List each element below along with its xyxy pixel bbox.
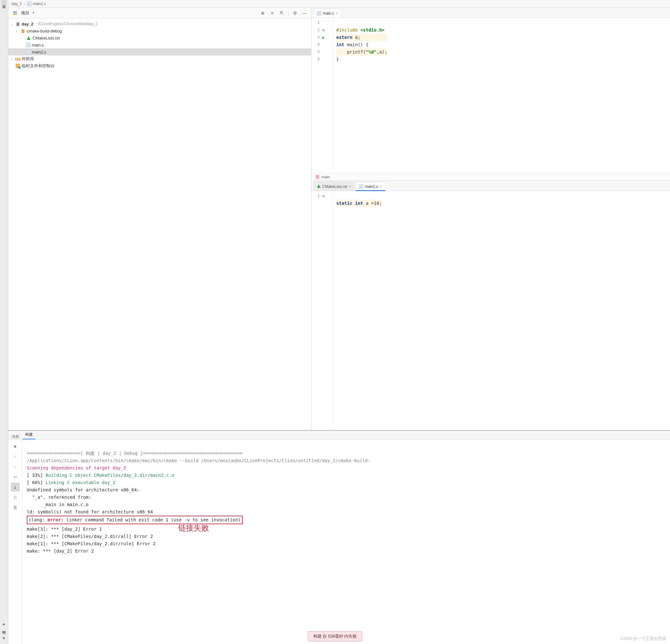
build-status-popup[interactable]: 构建 在 539毫秒 内失败 <box>308 631 362 642</box>
editor-tabs: c main.c × <box>311 8 670 18</box>
tab-main2c[interactable]: c main2.c × <box>356 182 386 191</box>
editor-breadcrumb: f main <box>311 173 670 180</box>
annotation-link-fail: 链接失败 <box>178 524 209 532</box>
sync-icon: ⇆ <box>322 26 325 34</box>
breadcrumb-item[interactable]: day_2 <box>12 2 22 6</box>
folder-icon: ▇ <box>15 21 21 26</box>
folder-icon: ▇ <box>21 28 26 33</box>
function-icon: f <box>315 175 320 179</box>
left-tool-rail: 项目 ★结构 ★收藏夹 <box>0 0 8 644</box>
up-icon[interactable]: ↑ <box>11 452 20 461</box>
run-icon[interactable]: ▶ <box>322 34 325 41</box>
hide-icon[interactable]: — <box>301 10 308 16</box>
chevron-right-icon: › <box>16 29 19 33</box>
tree-file-main2c[interactable]: c main2.c <box>8 49 311 55</box>
editor-pane-top: c main.c × 1 2⇆ 3▶ 4 5 6 <box>311 8 670 181</box>
tree-file-cmakelists[interactable]: CMakeLists.txt <box>8 35 311 41</box>
tree-folder-cmake-build[interactable]: › ▇ cmake-build-debug <box>8 27 311 35</box>
sync-icon: ⇆ <box>322 192 325 200</box>
locate-icon[interactable]: ⊕ <box>259 10 266 16</box>
gutter: 1⇆ <box>311 191 334 430</box>
rail-project[interactable]: 项目 <box>2 0 6 5</box>
tree-folder-root[interactable]: ⌄ ▇ day_2 ~/CLionProjects/Clion/untitled… <box>8 21 311 27</box>
editor-pane-bottom: CMakeLists.txt × c main2.c × 1⇆ <box>311 181 670 430</box>
chevron-down-icon[interactable]: ▼ <box>32 11 35 15</box>
trash-icon[interactable]: 🗑 <box>11 503 20 512</box>
cmake-icon <box>26 35 31 40</box>
project-panel-header: 项目 ▼ ⊕ ≡ ⇱ | ⚙ — <box>8 8 311 18</box>
expand-all-icon[interactable]: ≡ <box>269 10 276 16</box>
chevron-down-icon: ⌄ <box>11 22 14 26</box>
project-tool-window: 项目 ▼ ⊕ ≡ ⇱ | ⚙ — ⌄ ▇ day_2 ~/CLionProjec… <box>8 8 311 430</box>
print-icon[interactable]: ⎙ <box>11 493 20 502</box>
c-file-icon: c <box>26 50 30 54</box>
tab-cmakelists[interactable]: CMakeLists.txt × <box>313 182 355 191</box>
rail-structure[interactable]: ★结构 <box>2 620 6 630</box>
breadcrumb-item[interactable]: main2.c <box>33 2 46 6</box>
tree-file-mainc[interactable]: c main.c <box>8 41 311 49</box>
breadcrumb: day_2 › c main2.c <box>8 0 670 8</box>
close-icon[interactable]: × <box>336 11 338 16</box>
tree-external-libs[interactable]: › ▮▮▮ 外部库 <box>8 55 311 63</box>
svg-rect-2 <box>13 14 17 15</box>
messages-tool-window: 消息: 构建 ■ ↑ ↓ ↩ ⤓ ⎙ 🗑 ===================… <box>8 430 670 644</box>
messages-label: 消息: <box>12 434 20 440</box>
console-toolbar: ■ ↑ ↓ ↩ ⤓ ⎙ 🗑 <box>8 440 22 644</box>
wrap-icon[interactable]: ↩ <box>11 472 20 481</box>
gutter: 1 2⇆ 3▶ 4 5 6 <box>311 18 334 173</box>
tab-build[interactable]: 构建 <box>23 431 35 440</box>
down-icon[interactable]: ↓ <box>11 462 20 471</box>
cmake-icon <box>317 184 321 189</box>
collapse-all-icon[interactable]: ⇱ <box>278 10 285 16</box>
code-editor[interactable]: 1 2⇆ 3▶ 4 5 6 #include <stdio.h> extern … <box>311 18 670 173</box>
c-file-icon: c <box>26 43 30 47</box>
library-icon: ▮▮▮ <box>15 56 21 62</box>
panel-title: 项目 <box>21 10 29 16</box>
scroll-end-icon[interactable]: ⤓ <box>11 483 20 492</box>
chevron-right-icon: › <box>11 57 14 61</box>
tree-scratches[interactable]: 临时文件和控制台 <box>8 63 311 69</box>
stop-icon[interactable]: ■ <box>11 442 20 451</box>
code-editor-2[interactable]: 1⇆ static int a =10; <box>311 191 670 430</box>
build-console[interactable]: ====================[ 构建 | day_2 | Debug… <box>22 440 670 644</box>
tab-mainc[interactable]: c main.c × <box>313 9 341 17</box>
c-file-icon: c <box>27 2 31 6</box>
watermark: CSDN @一个正直的男孩 <box>620 636 666 642</box>
project-tree: ⌄ ▇ day_2 ~/CLionProjects/Clion/untitled… <box>8 18 311 71</box>
close-icon[interactable]: × <box>349 184 351 189</box>
rail-bookmarks[interactable]: ★收藏夹 <box>2 633 6 644</box>
close-icon[interactable]: × <box>380 184 382 189</box>
editor-tabs-2: CMakeLists.txt × c main2.c × <box>311 181 670 191</box>
chevron-right-icon: › <box>24 2 25 6</box>
svg-rect-1 <box>13 13 17 14</box>
c-file-icon: c <box>359 184 363 189</box>
c-file-icon: c <box>317 11 321 16</box>
project-view-icon[interactable] <box>12 10 18 16</box>
scratch-icon <box>15 63 21 68</box>
gear-icon[interactable]: ⚙ <box>291 10 298 16</box>
error-highlight-box: clang: error: linker command failed with… <box>27 516 243 524</box>
svg-rect-0 <box>13 12 17 12</box>
